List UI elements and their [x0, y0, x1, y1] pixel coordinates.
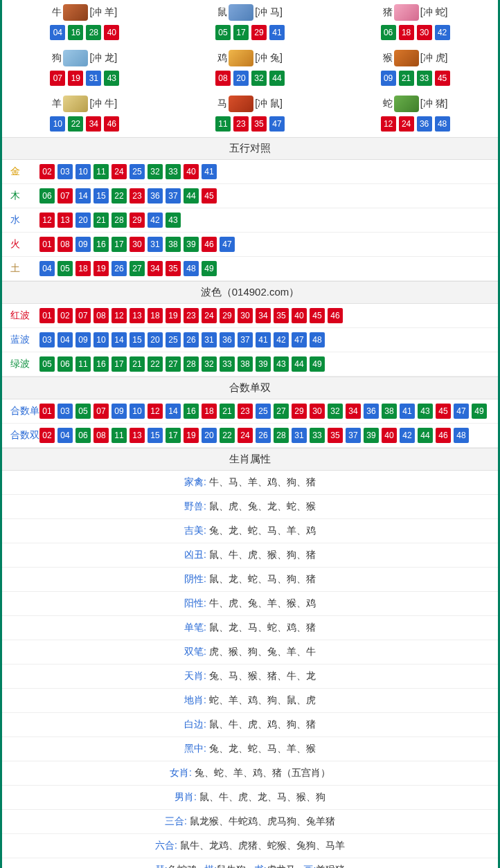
number-ball: 39 — [184, 237, 199, 252]
footer-value: 鼠牛狗 — [217, 864, 246, 868]
row-balls: 0108091617303138394647 — [39, 237, 235, 252]
number-ball: 34 — [86, 116, 101, 132]
table-row: 合数单0103050709101214161821232527293032343… — [2, 399, 498, 424]
number-ball: 43 — [166, 213, 181, 228]
zodiac-cell: 鼠[冲 马]05172941 — [168, 0, 333, 46]
zodiac-chong: [冲 羊] — [89, 6, 117, 19]
number-ball: 39 — [364, 428, 379, 443]
number-ball: 30 — [417, 25, 432, 40]
footer-key: 书: — [254, 864, 267, 868]
heshu-table: 合数单0103050709101214161821232527293032343… — [2, 399, 498, 448]
number-ball: 30 — [310, 404, 325, 419]
number-ball: 11 — [75, 356, 91, 372]
number-ball: 02 — [57, 308, 73, 323]
zodiac-cell: 蛇[冲 猪]12243648 — [332, 91, 498, 137]
number-ball: 32 — [202, 356, 217, 372]
number-ball: 43 — [274, 356, 289, 372]
number-ball: 22 — [111, 188, 127, 204]
number-ball: 08 — [215, 71, 231, 86]
number-ball: 46 — [104, 116, 119, 132]
number-ball: 14 — [166, 404, 181, 419]
row-label: 合数双 — [8, 429, 39, 442]
attr-row: 天肖: 兔、马、猴、猪、牛、龙 — [2, 664, 498, 689]
number-ball: 10 — [75, 164, 91, 179]
attr-key: 凶丑: — [184, 549, 209, 560]
row-balls: 06071415222336374445 — [39, 188, 217, 204]
table-row: 水1213202128294243 — [2, 208, 498, 233]
number-ball: 41 — [400, 404, 415, 419]
number-ball: 14 — [111, 332, 127, 347]
number-ball: 12 — [381, 116, 396, 132]
attr-key: 天肖: — [184, 670, 209, 681]
attr-row: 三合: 鼠龙猴、牛蛇鸡、虎马狗、兔羊猪 — [2, 810, 498, 834]
zodiac-balls: 09213345 — [332, 71, 498, 86]
number-ball: 24 — [202, 308, 217, 323]
zodiac-cell: 鸡[冲 兔]08203244 — [168, 46, 333, 91]
number-ball: 11 — [111, 428, 127, 443]
number-ball: 24 — [399, 116, 414, 132]
zodiac-grid: 牛[冲 羊]04162840鼠[冲 马]05172941猪[冲 蛇]061830… — [2, 0, 498, 137]
number-ball: 42 — [148, 213, 163, 228]
number-ball: 07 — [75, 308, 91, 323]
attr-key: 男肖: — [175, 791, 199, 802]
attr-row: 阳性: 牛、虎、兔、羊、猴、鸡 — [2, 592, 498, 616]
table-row: 合数双0204060811131517192022242628313335373… — [2, 424, 498, 448]
number-ball: 23 — [184, 308, 199, 323]
attr-row: 吉美: 兔、龙、蛇、马、羊、鸡 — [2, 519, 498, 543]
row-balls: 02031011242532334041 — [39, 164, 217, 179]
attr-value: 兔、蛇、羊、鸡、猪（五宫肖） — [195, 767, 330, 778]
number-ball: 13 — [130, 428, 145, 443]
zodiac-balls: 04162840 — [2, 25, 168, 40]
number-ball: 20 — [233, 71, 249, 86]
number-ball: 40 — [382, 428, 397, 443]
zodiac-balls: 08203244 — [168, 71, 333, 86]
number-ball: 21 — [93, 213, 109, 228]
number-ball: 17 — [166, 428, 181, 443]
number-ball: 48 — [310, 332, 325, 347]
number-ball: 33 — [417, 71, 432, 86]
attr-key: 野兽: — [184, 500, 209, 512]
number-ball: 17 — [111, 356, 127, 372]
number-ball: 30 — [130, 237, 145, 252]
zodiac-cell: 猴[冲 虎]09213345 — [332, 46, 498, 91]
number-ball: 36 — [148, 188, 163, 204]
number-ball: 06 — [381, 25, 396, 40]
zodiac-chong: [冲 龙] — [89, 52, 117, 64]
number-ball: 33 — [166, 164, 181, 179]
row-label: 红波 — [8, 309, 39, 322]
section-header-wuxing: 五行对照 — [2, 137, 498, 160]
footer-value: 兔蛇鸡 — [168, 864, 197, 868]
footer-value: 虎龙马 — [267, 864, 296, 868]
section-header-bose: 波色（014902.com） — [2, 281, 498, 304]
zodiac-name: 蛇 — [383, 98, 393, 110]
number-ball: 32 — [148, 164, 163, 179]
zodiac-icon — [394, 96, 419, 112]
number-ball: 37 — [346, 428, 361, 443]
number-ball: 22 — [220, 428, 235, 443]
number-ball: 42 — [400, 428, 415, 443]
attr-value: 虎、猴、狗、兔、羊、牛 — [209, 646, 316, 657]
number-ball: 04 — [39, 261, 55, 276]
attr-key: 白边: — [184, 718, 209, 730]
zodiac-chong: [冲 蛇] — [420, 6, 448, 19]
attr-value: 鼠、龙、蛇、马、狗、猪 — [209, 573, 316, 584]
number-ball: 15 — [148, 428, 163, 443]
number-ball: 01 — [39, 237, 55, 252]
number-ball: 45 — [202, 188, 217, 204]
table-row: 土04051819262734354849 — [2, 257, 498, 281]
attr-row: 六合: 鼠牛、龙鸡、虎猪、蛇猴、兔狗、马羊 — [2, 834, 498, 858]
number-ball: 06 — [39, 188, 55, 204]
attr-row: 男肖: 鼠、牛、虎、龙、马、猴、狗 — [2, 786, 498, 810]
attr-value: 鼠、牛、虎、龙、马、猴、狗 — [199, 791, 325, 802]
row-balls: 1213202128294243 — [39, 213, 181, 228]
number-ball: 11 — [93, 164, 109, 179]
number-ball: 34 — [256, 308, 271, 323]
number-ball: 10 — [130, 404, 145, 419]
number-ball: 49 — [472, 404, 487, 419]
row-label: 金 — [8, 165, 39, 178]
number-ball: 02 — [39, 428, 55, 443]
attr-value: 兔、龙、蛇、马、羊、猴 — [209, 743, 316, 754]
zodiac-name: 鸡 — [217, 52, 227, 64]
number-ball: 20 — [202, 428, 217, 443]
number-ball: 44 — [269, 71, 285, 86]
